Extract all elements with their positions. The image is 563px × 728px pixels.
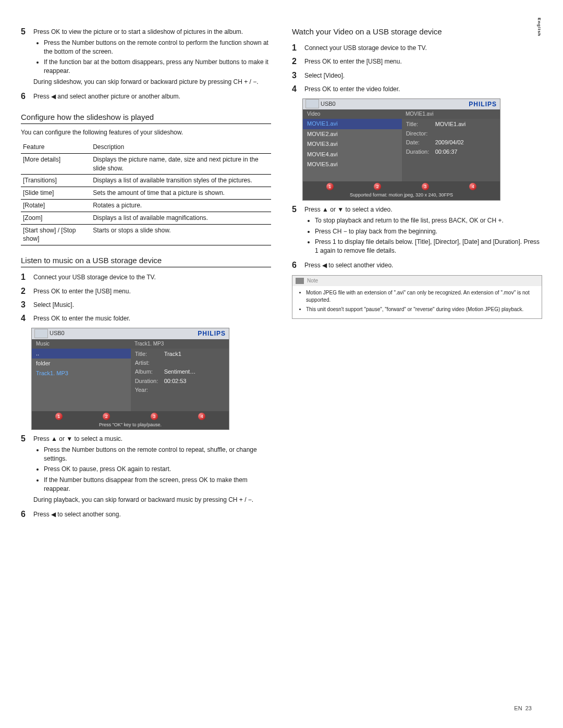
music-step-6: 6Press ◀ to select another song.: [21, 509, 271, 520]
color-button-3: 3: [422, 183, 429, 190]
language-tab: English: [536, 18, 542, 36]
config-intro: You can configure the following features…: [21, 128, 271, 137]
video-step-4: 4Press OK to enter the video folder.: [292, 83, 542, 95]
music-step-5-after: During playback, you can skip forward or…: [33, 496, 271, 504]
video-step-2: 2Press OK to enter the [USB] menu.: [292, 56, 542, 67]
note-item: Motion JPEG file with an extension of ".…: [306, 289, 536, 304]
list-item: folder: [32, 359, 131, 368]
color-button-1: 1: [326, 183, 334, 190]
list-item: MOVIE2.avi: [303, 129, 402, 139]
step-5-bullet-2: If the function bar at the bottom disapp…: [44, 58, 271, 76]
music-step-5: 5 Press ▲ or ▼ to select a music. Press …: [21, 433, 271, 507]
device-label: USB0: [306, 100, 469, 108]
color-button-4: 4: [198, 413, 205, 420]
video-step-6: 6Press ◀ to select another video.: [292, 260, 542, 271]
bullet: If the Number buttons disappear from the…: [44, 476, 271, 493]
color-button-4: 4: [469, 183, 476, 190]
color-button-3: 3: [151, 413, 158, 420]
list-item: MOVIE5.avi: [303, 159, 402, 169]
video-step-3: 3Select [Video].: [292, 70, 542, 81]
cell: [Slide time]: [21, 187, 91, 200]
list-item: MOVIE4.avi: [303, 150, 402, 159]
meta-panel: Title:MOVIE1.avi Director: Date:2009/04/…: [402, 119, 500, 181]
meta-panel: Title:Track1 Artist: Album:Sentiment… Du…: [131, 349, 229, 411]
video-step-5: 5 Press ▲ or ▼ to select a video. To sto…: [292, 204, 542, 257]
heading-listen-music: Listen to music on a USB storage device: [21, 255, 271, 267]
meta-title: Track1: [164, 350, 181, 358]
left-column: 5 Press OK to view the picture or to sta…: [21, 26, 271, 522]
philips-logo: PHILIPS: [469, 100, 497, 109]
music-step-5-text: Press ▲ or ▼ to select a music.: [33, 435, 123, 442]
meta-title: MOVIE1.avi: [435, 120, 466, 128]
list-item: Track1. MP3: [32, 368, 131, 378]
cell: [Transitions]: [21, 175, 91, 187]
color-button-2: 2: [103, 413, 110, 420]
meta-album: Sentiment…: [164, 368, 196, 376]
cell: Starts or stops a slide show.: [91, 224, 271, 245]
meta-date: 2009/04/02: [435, 139, 464, 146]
step-5: 5 Press OK to view the picture or to sta…: [21, 26, 271, 89]
path-2: MOVIE1.avi: [401, 109, 500, 119]
video-step-5-text: Press ▲ or ▼ to select a video.: [304, 206, 393, 213]
video-step-1: 1Connect your USB storage device to the …: [292, 42, 542, 54]
path-1: Music: [32, 339, 130, 349]
cell: Displays a list of available transition …: [91, 175, 271, 187]
list-item: ..: [32, 349, 131, 359]
music-ui-screenshot: USB0 PHILIPS Music Track1. MP3 .. folder…: [31, 328, 229, 430]
meta-duration: 00:06:37: [435, 148, 458, 156]
music-step-2: 2Press OK to enter the [USB] menu.: [21, 286, 271, 297]
color-button-2: 2: [374, 183, 381, 190]
file-list: MOVIE1.avi MOVIE2.avi MOVIE3.avi MOVIE4.…: [303, 119, 402, 181]
step-5-text: Press OK to view the picture or to start…: [33, 28, 243, 35]
step-6: 6 Press ◀ and select another picture or …: [21, 91, 271, 102]
device-label: USB0: [35, 329, 198, 337]
right-column: Watch your Video on a USB storage device…: [292, 26, 542, 522]
slideshow-feature-table: Feature Description [More details]Displa…: [21, 141, 271, 245]
cell: [Start show] / [Stop show]: [21, 224, 91, 245]
note-item: This unit doesn't support "pause", "forw…: [306, 306, 536, 313]
list-item: MOVIE3.avi: [303, 139, 402, 149]
cell: [More details]: [21, 153, 91, 175]
heading-watch-video: Watch your Video on a USB storage device: [292, 26, 542, 38]
bullet: Press 1 to display file details below. […: [315, 238, 542, 255]
bullet: Press CH − to play back from the beginni…: [315, 227, 542, 236]
two-column-layout: 5 Press OK to view the picture or to sta…: [21, 26, 542, 522]
note-box: Note Motion JPEG file with an extension …: [292, 275, 542, 319]
note-icon: [296, 278, 304, 284]
path-2: Track1. MP3: [130, 339, 229, 349]
cell: [Zoom]: [21, 212, 91, 224]
meta-duration: 00:02:53: [164, 377, 187, 385]
color-button-1: 1: [55, 413, 63, 420]
bullet: Press the Number buttons on the remote c…: [44, 446, 271, 463]
cell: Rotates a picture.: [91, 199, 271, 212]
step-5-bullet-1: Press the Number buttons on the remote c…: [44, 39, 271, 56]
th-feature: Feature: [21, 141, 91, 153]
cell: Displays a list of available magnificati…: [91, 212, 271, 224]
cell: [Rotate]: [21, 199, 91, 212]
ui-hint: Supported format: motion jpeg, 320 x 240…: [306, 192, 497, 199]
step-5-after: During slideshow, you can skip forward o…: [33, 78, 271, 87]
cell: Sets the amount of time that a picture i…: [91, 187, 271, 200]
ui-hint: Press "OK" key to play/pause.: [35, 422, 226, 428]
heading-configure-slideshow: Configure how the slideshow is played: [21, 112, 271, 124]
tv-icon: [305, 99, 319, 108]
bullet: To stop playback and return to the file …: [315, 216, 542, 225]
video-ui-screenshot: USB0 PHILIPS Video MOVIE1.avi MOVIE1.avi…: [302, 98, 500, 201]
philips-logo: PHILIPS: [198, 329, 226, 338]
music-step-4: 4Press OK to enter the music folder.: [21, 313, 271, 324]
music-step-3: 3Select [Music].: [21, 299, 271, 311]
path-1: Video: [303, 109, 401, 119]
file-list: .. folder Track1. MP3: [32, 349, 131, 411]
cell: Displays the picture name, date, size an…: [91, 153, 271, 175]
th-description: Description: [91, 141, 271, 153]
music-step-1: 1Connect your USB storage device to the …: [21, 272, 271, 283]
note-label: Note: [307, 277, 318, 285]
bullet: Press OK to pause, press OK again to res…: [44, 465, 271, 474]
tv-icon: [34, 329, 48, 338]
list-item: MOVIE1.avi: [303, 119, 402, 129]
